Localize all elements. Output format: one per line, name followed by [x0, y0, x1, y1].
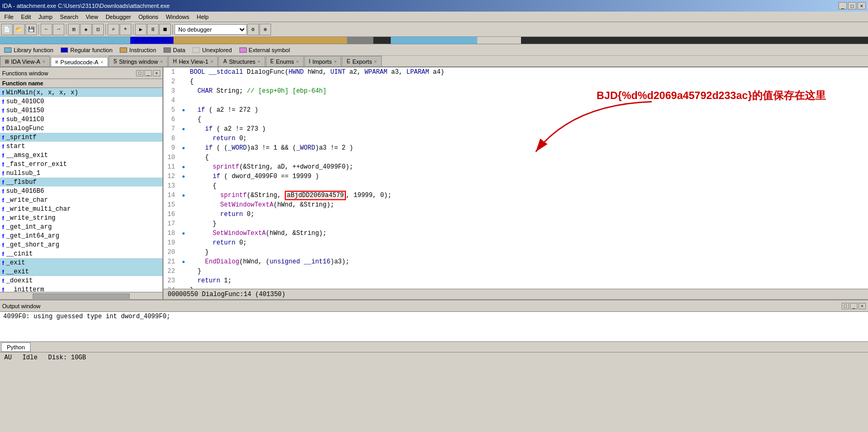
code-row[interactable]: 10 { [163, 153, 868, 162]
code-row[interactable]: 22 } [163, 267, 868, 276]
maximize-button[interactable]: □ [848, 2, 856, 9]
sidebar-function-item[interactable]: f_exit [0, 258, 162, 267]
sidebar-function-item[interactable]: fDialogFunc [0, 124, 162, 133]
tab-imports[interactable]: I Imports × [304, 56, 342, 66]
code-row[interactable]: 4 [163, 96, 868, 105]
output-float-button[interactable]: □ [842, 303, 849, 309]
sidebar-function-item[interactable]: f_doexit [0, 276, 162, 285]
tb-pause[interactable]: ⏸ [147, 24, 159, 35]
sidebar-function-item[interactable]: fsub_4016B6 [0, 186, 162, 195]
tb-hex[interactable]: ⊞ [68, 24, 80, 35]
tb-graph[interactable]: ◈ [80, 24, 92, 35]
code-row[interactable]: 1BOOL __stdcall DialogFunc(HWND hWnd, UI… [163, 67, 868, 77]
code-row[interactable]: 5● if ( a2 != 272 ) [163, 105, 868, 115]
tb-open[interactable]: 📂 [13, 24, 25, 35]
debugger-select[interactable]: No debugger Local Win32 debugger Remote … [175, 24, 247, 35]
menu-view[interactable]: View [82, 13, 101, 21]
code-row[interactable]: 23 return 1; [163, 276, 868, 286]
code-row[interactable]: 24} [163, 286, 868, 289]
menu-search[interactable]: Search [57, 13, 82, 21]
code-row[interactable]: 3 CHAR String; // [esp+0h] [ebp-64h] [163, 86, 868, 96]
tab-pseudocode-close[interactable]: × [101, 60, 103, 65]
sidebar-function-item[interactable]: fsub_4011C0 [0, 115, 162, 124]
sidebar-function-item[interactable]: f__initterm [0, 285, 162, 292]
code-row[interactable]: 2{ [163, 77, 868, 86]
output-minimize-button[interactable]: _ [850, 303, 857, 309]
sidebar-function-item[interactable]: f_sprintf [0, 133, 162, 142]
sidebar-close-button[interactable]: × [153, 70, 160, 76]
tb-new[interactable]: 📄 [1, 24, 13, 35]
sidebar-function-item[interactable]: f_fast_error_exit [0, 160, 162, 169]
code-row[interactable]: 11● sprintf(&String, aD, ++dword_4099F0)… [163, 162, 868, 172]
sidebar-function-item[interactable]: fnullsub_1 [0, 169, 162, 178]
tab-exports-close[interactable]: × [374, 59, 377, 64]
sidebar-function-item[interactable]: f__cinit [0, 249, 162, 258]
code-row[interactable]: 18● SetWindowTextA(hWnd, &String); [163, 229, 868, 238]
code-row[interactable]: 9● if ( (_WORD)a3 != 1 && (_WORD)a3 != 2… [163, 143, 868, 153]
sidebar-function-item[interactable]: fWinMain(x, x, x, x) [0, 88, 162, 97]
sidebar-function-item[interactable]: f_get_int_arg [0, 222, 162, 231]
title-bar-controls[interactable]: _ □ × [838, 2, 866, 9]
tb-run[interactable]: ▶ [135, 24, 147, 35]
tab-strings[interactable]: S Strings window × [109, 56, 168, 66]
minimize-button[interactable]: _ [838, 2, 847, 9]
sidebar-function-item[interactable]: f__flsbuf [0, 178, 162, 186]
sidebar-function-item[interactable]: f_write_string [0, 213, 162, 222]
code-row[interactable]: 19 return 0; [163, 238, 868, 248]
code-row[interactable]: 15 SetWindowTextA(hWnd, &String); [163, 200, 868, 210]
tab-ida-view-close[interactable]: × [42, 59, 45, 64]
menu-help[interactable]: Help [194, 13, 212, 21]
sidebar-function-item[interactable]: f_write_char [0, 195, 162, 204]
code-row[interactable]: 8 return 0; [163, 134, 868, 143]
tb-xref[interactable]: ⊡ [92, 24, 104, 35]
code-row[interactable]: 12● if ( dword_4099F0 == 19999 ) [163, 172, 868, 181]
tab-hex[interactable]: H Hex View-1 × [168, 56, 218, 66]
code-row[interactable]: 7● if ( a2 != 273 ) [163, 124, 868, 134]
code-row[interactable]: 16 return 0; [163, 210, 868, 219]
tab-hex-close[interactable]: × [210, 59, 213, 64]
tab-structures-close[interactable]: × [257, 59, 260, 64]
code-row[interactable]: 17 } [163, 219, 868, 229]
tab-strings-close[interactable]: × [160, 59, 163, 64]
sidebar-function-item[interactable]: f_get_int64_arg [0, 231, 162, 240]
sidebar-minimize-button[interactable]: _ [144, 70, 152, 76]
code-row[interactable]: 14● sprintf(&String, aBjdDD2069a4579, 19… [163, 191, 868, 200]
menu-file[interactable]: File [1, 13, 17, 21]
output-tab-python[interactable]: Python [1, 342, 31, 352]
output-close-button[interactable]: × [859, 303, 866, 309]
output-window-controls[interactable]: □ _ × [842, 303, 866, 309]
sidebar-hscroll-thumb[interactable] [33, 293, 130, 299]
tab-enums-close[interactable]: × [296, 59, 298, 64]
tab-pseudocode[interactable]: ≡ Pseudocode-A × [51, 57, 108, 67]
tb-stop[interactable]: ⏹ [159, 24, 171, 35]
tb-detach[interactable]: ⊗ [259, 24, 271, 35]
sidebar-function-item[interactable]: f_get_short_arg [0, 240, 162, 249]
tb-search2[interactable]: ⌖ [120, 24, 131, 35]
tab-ida-view[interactable]: ⊞ IDA View-A × [0, 56, 50, 66]
menu-edit[interactable]: Edit [18, 13, 34, 21]
menu-options[interactable]: Options [135, 13, 161, 21]
sidebar-function-item[interactable]: f_write_multi_char [0, 204, 162, 213]
menu-debugger[interactable]: Debugger [102, 13, 134, 21]
tab-exports[interactable]: E Exports × [342, 56, 381, 66]
tb-fwd[interactable]: → [53, 24, 64, 35]
tb-back[interactable]: ← [41, 24, 52, 35]
menu-windows[interactable]: Windows [162, 13, 192, 21]
sidebar-function-item[interactable]: fsub_4010C0 [0, 97, 162, 106]
menu-jump[interactable]: Jump [35, 13, 56, 21]
code-row[interactable]: 20 } [163, 248, 868, 257]
sidebar-function-item[interactable]: fstart [0, 142, 162, 151]
tb-save[interactable]: 💾 [25, 24, 37, 35]
code-row[interactable]: 13 { [163, 181, 868, 191]
tab-structures[interactable]: A Structures × [218, 56, 265, 66]
close-button[interactable]: × [857, 2, 866, 9]
sidebar-function-item[interactable]: f__exit [0, 267, 162, 276]
functions-window-controls[interactable]: □ _ × [136, 70, 160, 76]
sidebar-function-item[interactable]: fsub_401150 [0, 106, 162, 115]
tab-imports-close[interactable]: × [334, 59, 336, 64]
code-row[interactable]: 21● EndDialog(hWnd, (unsigned __int16)a3… [163, 257, 868, 267]
sidebar-function-item[interactable]: f__amsg_exit [0, 151, 162, 160]
tab-enums[interactable]: E Enums × [266, 56, 304, 66]
sidebar-float-button[interactable]: □ [136, 70, 143, 76]
tb-attach[interactable]: ⚙ [247, 24, 259, 35]
